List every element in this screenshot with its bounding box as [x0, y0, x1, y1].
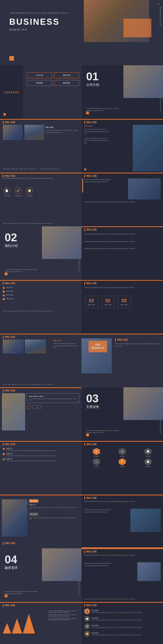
- slide12-right-text: 请输入标题 I learn't about waiting for the st…: [53, 340, 79, 349]
- slide19-text2: I learn't about waiting for the storm to…: [84, 509, 112, 513]
- icon-row-4-label: 输入标题: [92, 632, 142, 634]
- slide-16: 请输入标题 标题文字 I learn't about waiting for t…: [0, 441, 81, 495]
- top-bar-21: [81, 548, 163, 549]
- hex-label-5: 输入标题: [110, 466, 135, 467]
- hex-label-4: 输入标题: [84, 466, 109, 467]
- slide18-tag-1: 输入标题: [29, 498, 79, 502]
- slide-6: 请输入标题 I learn't about waiting for the st…: [0, 173, 81, 226]
- top-bar-16: [0, 441, 81, 442]
- our-products-box: OUR PRODUCTS: [88, 341, 107, 352]
- doc-icon: 📄: [3, 187, 10, 194]
- section04-plus: +: [76, 551, 78, 554]
- slide13-text: I learn't about waiting for the storm to…: [115, 343, 160, 347]
- slide19-heading: 请输入标题: [84, 496, 97, 500]
- tl16-dot3: [3, 458, 5, 460]
- num-box-2: 02 请输入标题: [101, 296, 114, 308]
- icon-row-3: ⚙ 输入标题 I learn't about waiting for the s…: [84, 624, 160, 629]
- slide-section-01: 01 公司介绍 I learn't about waiting for the …: [81, 65, 163, 119]
- slide21-heading: 请输入标题: [84, 550, 97, 553]
- slide4-subheading: 请输入标题: [45, 126, 79, 128]
- slide-14: 请输入标题 Add Title In Here I learn't about …: [0, 387, 81, 441]
- top-bar: [0, 119, 81, 120]
- slide21-text: I learn't about waiting for the storm to…: [84, 554, 160, 556]
- top-bar-11: [81, 280, 163, 281]
- dot-3: [3, 294, 5, 296]
- tl16-3: 标题文字 I learn't about waiting for the sto…: [3, 458, 79, 462]
- hero-tagline: I learn't about waiting for the storm to…: [9, 12, 68, 14]
- slide9-text3: I learn't about waiting for the storm to…: [84, 247, 160, 250]
- circle-1: [27, 405, 31, 409]
- section01-number: 01: [86, 70, 99, 83]
- triangle-chart: [3, 610, 35, 634]
- toc-item-4: 融资需求: [54, 80, 79, 86]
- slide7-img: [128, 178, 161, 200]
- section03-vertical-text: BUSINESS PLAN: [160, 420, 161, 434]
- icon-row-1-text: I learn't about waiting for the storm to…: [92, 612, 142, 613]
- smile-icon: 😊: [84, 631, 90, 636]
- slide18-footer-heading: 请输入标题: [3, 542, 15, 545]
- slide18-img: [2, 499, 27, 537]
- section01-city-image: [123, 65, 163, 98]
- hex-item-1: ✉ 输入标题: [84, 448, 109, 457]
- slide6-icons: 📄 请输入标题 🚀 请输入标题 🧭 请输入标题: [3, 187, 33, 196]
- hex-label-6: 输入标题: [136, 466, 160, 467]
- section03-city-image: [123, 387, 163, 420]
- slide-18: 输入标题 标题文字 I learn't about waiting for th…: [0, 495, 81, 548]
- icon-item-3: 🧭 请输入标题: [26, 187, 33, 196]
- slide17-hex-grid: ✉ 输入标题 ⚙ 输入标题 📊 输入标题 🔧 输入标题 💡 输入标题 📈 输: [84, 448, 160, 467]
- slide-13-our-products: OUR PRODUCTS 请输入标题 I learn't about waiti…: [81, 334, 163, 387]
- icon-row-2-text: I learn't about waiting for the storm to…: [92, 619, 142, 621]
- timeline-3-text: 请输入标题: [6, 294, 13, 296]
- slide4-heading: 请输入标题: [3, 121, 15, 124]
- slide4-img1: [3, 125, 22, 140]
- hex-item-4: 🔧 输入标题: [84, 458, 109, 467]
- row-7: 请输入标题 Add Title In Here I learn't about …: [0, 387, 163, 441]
- top-bar-22: [0, 602, 81, 603]
- toc-label: CONTENT: [4, 91, 19, 94]
- top-bar-13: [81, 334, 163, 334]
- slide22-list: I learn't about waiting for the storm to…: [48, 610, 79, 620]
- icon-item-1: 📄 请输入标题: [3, 187, 11, 196]
- slide11-heading: 请输入标题: [84, 282, 97, 285]
- tl16-label3: 标题文字: [6, 458, 79, 460]
- slide5-heading: 请输入标题: [84, 121, 97, 124]
- hex-icon-1: ✉: [93, 448, 100, 455]
- row-6: 请输入标题 请输入标题 I learn't about waiting for …: [0, 334, 163, 387]
- slide12-images: [3, 340, 46, 354]
- orange-accent-toc: [3, 113, 6, 116]
- arrow-icon: 🚀: [15, 187, 21, 194]
- row-11: 请输入标题 请输入标题 I learn't about waiting for …: [0, 602, 163, 644]
- num-box-1: 01 请输入标题: [85, 296, 98, 308]
- icon-row-2: 💬 输入标题 I learn't about waiting for the s…: [84, 616, 160, 622]
- top-bar-18: [0, 495, 81, 495]
- diamond-4: [2, 298, 5, 300]
- slide-section-02: 02 项目介绍 I learn't about waiting for the …: [0, 226, 81, 280]
- row-8: 请输入标题 标题文字 I learn't about waiting for t…: [0, 441, 163, 495]
- section02-orange-accent: [5, 272, 7, 275]
- slide18-right: 输入标题 标题文字 I learn't about waiting for th…: [29, 498, 79, 522]
- orange-tag-1: 输入标题: [29, 499, 38, 502]
- hex-icon-5: 💡: [119, 458, 126, 465]
- slide4-img2: [24, 125, 44, 140]
- hex-item-6: 📈 输入标题: [136, 458, 160, 467]
- hero-text-block: I learn't about waiting for the storm to…: [9, 12, 68, 31]
- slide21-text2: I learn't about waiting for the storm to…: [84, 562, 112, 567]
- vertical-text: BUSINESS PLAN: [160, 7, 161, 26]
- slide-section-03: 03 主营业务 I learn't about waiting for the …: [81, 387, 163, 441]
- slide5-tall-img: [133, 125, 163, 172]
- hex-icon-2: ⚙: [119, 448, 126, 455]
- slide11-text: I learn't about waiting for the storm to…: [84, 286, 160, 289]
- top-bar-14: [0, 387, 81, 388]
- hex-icon-6: 📈: [145, 458, 152, 465]
- slide19-img: [130, 509, 161, 532]
- section03-desc: I learn't about waiting for the storm to…: [86, 430, 121, 434]
- diamond-2: [2, 290, 5, 293]
- slide12-img1: [3, 340, 24, 354]
- top-bar-17: [81, 441, 163, 442]
- slide7-labels: I learn't about waiting for the storm to…: [84, 201, 160, 203]
- tl16-2: 新增文字 I learn't about waiting for the sto…: [3, 453, 79, 456]
- section03-orange-accent: [86, 434, 89, 436]
- slide16-items: 标题文字 I learn't about waiting for the sto…: [3, 448, 79, 463]
- slide19-body: I learn't about waiting for the storm to…: [84, 500, 160, 504]
- triangle-3: [23, 614, 35, 634]
